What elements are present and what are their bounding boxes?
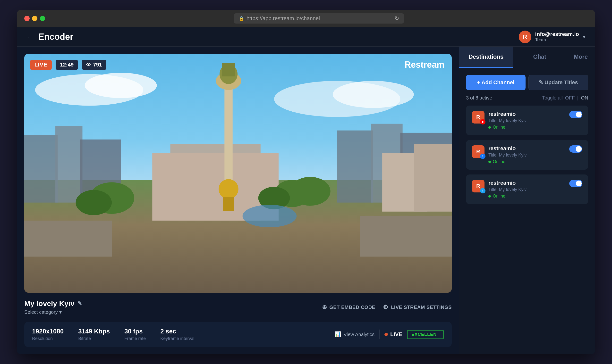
svg-rect-29: [414, 144, 452, 211]
svg-rect-17: [222, 63, 235, 77]
toggle-switch-3[interactable]: [569, 180, 582, 187]
add-channel-label: + Add Channel: [477, 79, 514, 86]
view-analytics-button[interactable]: 📊 View Analytics: [335, 331, 374, 338]
toggle-knob-2: [576, 146, 582, 152]
platform-badge-facebook: f: [480, 154, 486, 159]
quality-badge: EXCELLENT: [407, 330, 444, 339]
channel-card-2: R f restreamio Title: My lovely Kyiv Onl…: [466, 140, 588, 170]
video-title-text: My lovely Kyiv: [24, 299, 75, 308]
stats-left: 1920x1080 Resolution 3149 Kbps Bitrate 3…: [32, 328, 194, 341]
browser-chrome: 🔒 https://app.restream.io/channel ↻: [17, 10, 595, 27]
user-email: info@restream.io: [535, 31, 579, 37]
status-dot-online-3: [488, 195, 491, 197]
channel-toggle-1[interactable]: [569, 111, 582, 118]
video-brand: Restream: [405, 60, 444, 70]
analytics-icon: 📊: [335, 331, 341, 338]
video-title: My lovely Kyiv ✎: [24, 299, 82, 308]
channel-status-3: Online: [488, 194, 565, 199]
browser-dots: [24, 16, 45, 21]
app-title: Encoder: [38, 32, 73, 42]
embed-code-button[interactable]: ⊕ GET EMBED CODE: [322, 304, 375, 311]
app-container: ← Encoder R info@restream.io Team ▾: [17, 27, 595, 354]
resolution-value: 1920x1080: [32, 328, 64, 335]
tab-more[interactable]: More: [567, 47, 595, 68]
channel-info-1: restreamio Title: My lovely Kyiv Online: [488, 111, 565, 130]
video-info-row: My lovely Kyiv ✎ Select category ▾ ⊕ GET…: [24, 299, 452, 316]
channel-title-2: Title: My lovely Kyiv: [488, 153, 565, 158]
panel-body: + Add Channel ✎ Update Titles 3 of 8 act…: [459, 68, 595, 354]
stat-framerate: 30 fps Frame rate: [124, 328, 146, 341]
back-button[interactable]: ←: [27, 33, 34, 41]
toggle-switch-2[interactable]: [569, 145, 582, 153]
svg-rect-7: [55, 126, 82, 203]
keyframe-value: 2 sec: [160, 328, 194, 335]
channel-avatar-3: R t: [472, 180, 485, 193]
channel-name-3: restreamio: [488, 180, 565, 186]
channel-toggle-3[interactable]: [569, 180, 582, 187]
stats-divider: [379, 330, 380, 339]
platform-badge-twitter: t: [480, 188, 486, 193]
category-arrow-icon: ▾: [59, 309, 62, 315]
dot-green[interactable]: [40, 16, 45, 21]
framerate-label: Frame rate: [124, 336, 146, 341]
channel-toggle-2[interactable]: [569, 145, 582, 153]
browser-url-bar[interactable]: 🔒 https://app.restream.io/channel ↻: [234, 13, 404, 24]
bitrate-value: 3149 Kbps: [78, 328, 110, 335]
stats-bar: 1920x1080 Resolution 3149 Kbps Bitrate 3…: [24, 322, 452, 347]
live-indicator: LIVE: [384, 331, 402, 338]
toggle-all-off[interactable]: OFF: [565, 95, 575, 101]
channel-title-1: Title: My lovely Kyiv: [488, 118, 565, 123]
svg-rect-6: [24, 135, 57, 202]
status-text-1: Online: [493, 125, 505, 130]
dot-yellow[interactable]: [32, 16, 37, 21]
stat-bitrate: 3149 Kbps Bitrate: [78, 328, 110, 341]
header-right: R info@restream.io Team ▾: [519, 31, 585, 43]
add-channel-button[interactable]: + Add Channel: [466, 75, 526, 90]
url-text: https://app.restream.io/channel: [246, 15, 320, 22]
channel-avatar-2: R f: [472, 145, 485, 158]
live-dot: [384, 333, 388, 336]
time-badge: 12:49: [56, 60, 78, 70]
toggle-switch-1[interactable]: [569, 111, 582, 118]
settings-label: LIVE STREAM SETTINGS: [391, 305, 452, 310]
video-category[interactable]: Select category ▾: [24, 309, 82, 315]
stats-right: 📊 View Analytics LIVE EXCELLENT: [335, 330, 444, 339]
channel-card-3: R t restreamio Title: My lovely Kyiv Onl…: [466, 174, 588, 204]
edit-title-icon[interactable]: ✎: [78, 300, 82, 307]
update-titles-button[interactable]: ✎ Update Titles: [529, 75, 588, 90]
viewers-count: 791: [93, 62, 102, 68]
stat-keyframe: 2 sec Keyframe interval: [160, 328, 194, 341]
video-title-section: My lovely Kyiv ✎ Select category ▾: [24, 299, 82, 315]
lock-icon: 🔒: [239, 16, 244, 21]
channel-status-1: Online: [488, 125, 565, 130]
toggle-all-on[interactable]: ON: [581, 95, 588, 101]
dot-red[interactable]: [24, 16, 30, 21]
settings-icon: ⚙: [383, 304, 389, 311]
tab-destinations[interactable]: Destinations: [459, 47, 513, 68]
svg-rect-25: [24, 221, 112, 257]
main-content: LIVE 12:49 👁 791 Restream My lovely Kyiv: [17, 47, 595, 354]
channel-title-3: Title: My lovely Kyiv: [488, 187, 565, 192]
refresh-button[interactable]: ↻: [395, 15, 399, 22]
dropdown-arrow-icon[interactable]: ▾: [583, 34, 585, 40]
viewers-badge: 👁 791: [82, 60, 106, 70]
tab-chat[interactable]: Chat: [513, 47, 567, 68]
channel-name-2: restreamio: [488, 145, 565, 152]
video-panel: LIVE 12:49 👁 791 Restream My lovely Kyiv: [17, 47, 459, 354]
live-stream-settings-button[interactable]: ⚙ LIVE STREAM SETTINGS: [383, 304, 452, 311]
tabs-bar: Destinations Chat More: [459, 47, 595, 68]
svg-point-22: [290, 177, 330, 206]
platform-badge-youtube: ▶: [480, 119, 486, 125]
app-header: ← Encoder R info@restream.io Team ▾: [17, 27, 595, 47]
resolution-label: Resolution: [32, 336, 64, 341]
framerate-value: 30 fps: [124, 328, 146, 335]
active-count-row: 3 of 8 active Toggle all OFF | ON: [466, 95, 588, 101]
avatar[interactable]: R: [519, 31, 531, 43]
svg-rect-19: [223, 197, 234, 211]
live-badge: LIVE: [30, 60, 52, 70]
video-actions: ⊕ GET EMBED CODE ⚙ LIVE STREAM SETTINGS: [322, 304, 452, 311]
video-container: LIVE 12:49 👁 791 Restream: [24, 54, 452, 293]
status-dot-online-1: [488, 126, 491, 129]
update-titles-label: ✎ Update Titles: [539, 79, 578, 86]
toggle-separator: |: [577, 95, 578, 101]
